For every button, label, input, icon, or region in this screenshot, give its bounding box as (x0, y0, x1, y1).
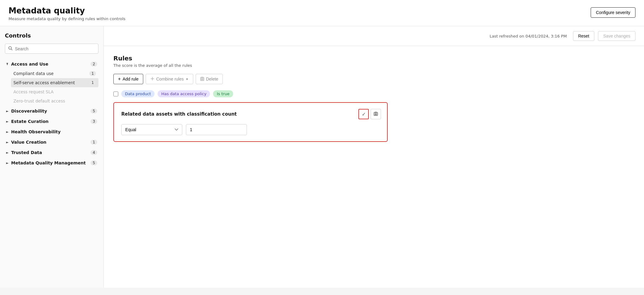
nav-section-badge-trusted-data: 4 (91, 150, 97, 155)
nav-sub-item-self-serve-access-enablement[interactable]: Self-serve access enablement 1 (11, 78, 98, 87)
chevron-icon-discoverability: ► (6, 109, 9, 113)
rule-card-actions: ✓ (358, 109, 381, 119)
rule-card-title: Related data assets with classification … (121, 111, 237, 117)
badge-self-serve: 1 (89, 80, 96, 85)
trash-icon-action (200, 77, 204, 82)
nav-sub-items-access-and-use: Compliant data use 1 Self-serve access e… (5, 69, 98, 106)
nav-section-label-metadata-quality-management: Metadata Quality Management (11, 160, 86, 165)
page-header: Metadata quality Measure metadata qualit… (0, 0, 644, 26)
nav-section-badge-value-creation: 1 (91, 140, 97, 145)
rules-subtitle: The score is the average of all the rule… (113, 63, 634, 68)
nav-section-header-value-creation[interactable]: ► Value Creation 1 (5, 137, 98, 147)
search-icon (8, 46, 12, 51)
configure-severity-button[interactable]: Configure severity (591, 7, 635, 18)
tag-has-data-access-policy[interactable]: Has data access policy (158, 90, 210, 97)
delete-button[interactable]: Delete (196, 74, 223, 84)
nav-section-discoverability: ► Discoverability 5 (5, 106, 98, 116)
plus-icon: + (118, 76, 121, 82)
reset-button[interactable]: Reset (573, 31, 595, 41)
rule-checkbox[interactable] (113, 92, 118, 96)
nav-section-header-discoverability[interactable]: ► Discoverability 5 (5, 106, 98, 116)
main-layout: Controls ► Access and Use 2 (0, 26, 644, 288)
sidebar-title: Controls (5, 32, 98, 39)
tag-data-product[interactable]: Data product (121, 90, 155, 97)
rule-row: Data product Has data access policy Is t… (113, 90, 634, 97)
search-input[interactable] (15, 46, 95, 51)
nav-section-label-health-observability: Health Observability (11, 129, 60, 134)
rules-section: Rules The score is the average of all th… (104, 46, 644, 150)
nav-section-label-value-creation: Value Creation (11, 140, 46, 145)
nav-section-label-estate-curation: Estate Curation (11, 119, 48, 124)
check-icon: ✓ (362, 111, 366, 117)
nav-section-value-creation: ► Value Creation 1 (5, 137, 98, 147)
nav-section-header-metadata-quality-management[interactable]: ► Metadata Quality Management 5 (5, 158, 98, 168)
sidebar: Controls ► Access and Use 2 (0, 26, 104, 288)
trash-icon (374, 111, 378, 117)
nav-section-health-observability: ► Health Observability (5, 127, 98, 137)
delete-label: Delete (206, 77, 218, 81)
operator-select[interactable]: Equal Not equal Greater than Less than G… (121, 124, 182, 135)
nav-section-access-and-use: ► Access and Use 2 Compliant data use 1 … (5, 59, 98, 106)
combine-icon (150, 77, 155, 82)
header-left: Metadata quality Measure metadata qualit… (9, 6, 126, 21)
rule-delete-button[interactable] (371, 109, 381, 119)
chevron-icon-access-and-use: ► (5, 63, 9, 65)
nav-section-badge-discoverability: 5 (91, 109, 97, 113)
rule-card: Related data assets with classification … (113, 102, 388, 142)
rules-title: Rules (113, 55, 634, 62)
search-box[interactable] (5, 44, 98, 54)
nav-section-label-discoverability: Discoverability (11, 109, 47, 113)
combine-rules-button[interactable]: Combine rules ▼ (146, 74, 193, 84)
chevron-icon-health-observability: ► (6, 130, 9, 134)
nav-section-trusted-data: ► Trusted Data 4 (5, 148, 98, 157)
add-rule-label: Add rule (123, 77, 138, 81)
tag-is-true[interactable]: Is true (213, 90, 233, 97)
nav-section-header-access-and-use[interactable]: ► Access and Use 2 (5, 59, 98, 69)
content-topbar: Last refreshed on 04/01/2024, 3:16 PM Re… (104, 26, 644, 46)
nav-section-badge-metadata-quality-management: 5 (91, 160, 97, 165)
combine-rules-label: Combine rules (156, 77, 184, 81)
nav-sub-item-access-request-sla: Access request SLA (11, 87, 98, 96)
nav-section-badge-access-and-use: 2 (91, 62, 97, 67)
rule-card-header: Related data assets with classification … (121, 109, 381, 119)
nav-section-header-estate-curation[interactable]: ► Estate Curation 3 (5, 117, 98, 126)
chevron-icon-estate-curation: ► (6, 120, 9, 124)
badge-compliant-data-use: 1 (89, 71, 96, 76)
page-subtitle: Measure metadata quality by defining rul… (9, 16, 126, 21)
save-changes-button[interactable]: Save changes (598, 31, 635, 41)
nav-section-header-health-observability[interactable]: ► Health Observability (5, 127, 98, 137)
page-title: Metadata quality (9, 6, 126, 15)
check-button[interactable]: ✓ (358, 109, 369, 119)
nav-section-badge-estate-curation: 3 (91, 119, 97, 124)
chevron-icon-value-creation: ► (6, 140, 9, 144)
nav-section-metadata-quality-management: ► Metadata Quality Management 5 (5, 158, 98, 168)
rule-inputs: Equal Not equal Greater than Less than G… (121, 124, 381, 135)
value-input[interactable] (186, 124, 247, 135)
add-rule-button[interactable]: + Add rule (113, 74, 143, 84)
chevron-icon-trusted-data: ► (6, 151, 9, 155)
nav-section-estate-curation: ► Estate Curation 3 (5, 117, 98, 126)
chevron-icon-metadata-quality-management: ► (6, 161, 9, 165)
nav-sub-item-zero-trust-default-access: Zero-trust default access (11, 96, 98, 106)
action-buttons: + Add rule Combine rules ▼ Delete (113, 74, 634, 84)
nav-section-label-access-and-use: Access and Use (11, 62, 48, 67)
content-area: Last refreshed on 04/01/2024, 3:16 PM Re… (104, 26, 644, 288)
dropdown-arrow-icon: ▼ (186, 77, 189, 81)
svg-line-1 (11, 49, 12, 50)
last-refreshed-text: Last refreshed on 04/01/2024, 3:16 PM (489, 34, 567, 38)
nav-section-header-trusted-data[interactable]: ► Trusted Data 4 (5, 148, 98, 157)
nav-section-label-trusted-data: Trusted Data (11, 150, 42, 155)
nav-sub-item-compliant-data-use[interactable]: Compliant data use 1 (11, 69, 98, 78)
